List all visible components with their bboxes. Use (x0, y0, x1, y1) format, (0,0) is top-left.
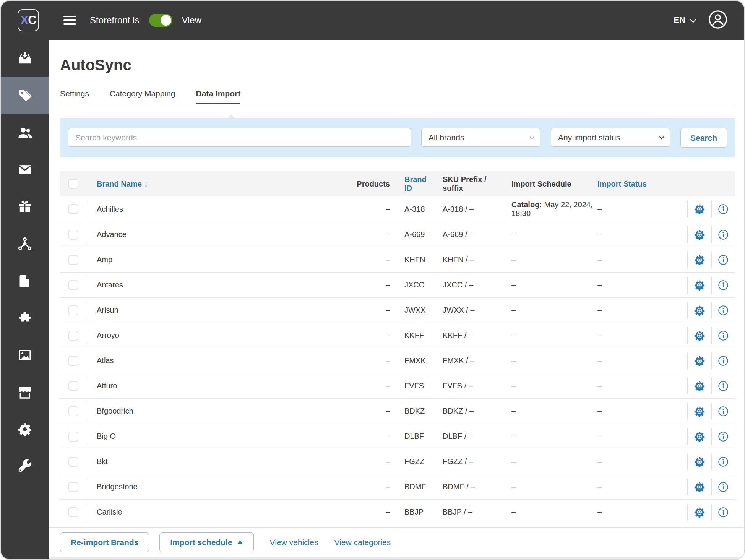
sidebar-item-addons[interactable] (1, 299, 49, 336)
divider (86, 226, 86, 243)
view-link[interactable]: View (182, 15, 201, 26)
row-checkbox[interactable] (68, 356, 78, 366)
import-status-cell: – (596, 482, 687, 491)
row-settings-button[interactable] (694, 305, 705, 316)
row-info-button[interactable] (718, 255, 729, 265)
user-account-icon[interactable] (708, 10, 727, 31)
row-info-button[interactable] (718, 482, 729, 492)
search-input[interactable] (68, 128, 411, 147)
row-info-button[interactable] (718, 305, 729, 316)
hamburger-menu-icon[interactable] (63, 13, 76, 27)
table-row: Amp – KHFN KHFN / – – – (60, 247, 735, 272)
tab-data-import[interactable]: Data Import (196, 89, 241, 104)
info-icon (718, 280, 729, 291)
divider (711, 352, 712, 369)
column-header-brand-name[interactable]: Brand Name (97, 180, 142, 188)
row-info-button[interactable] (718, 280, 729, 291)
row-settings-button[interactable] (694, 406, 705, 417)
import-schedule-button[interactable]: Import schedule (159, 532, 253, 552)
sidebar-item-pages[interactable] (1, 262, 49, 299)
row-checkbox[interactable] (68, 381, 78, 391)
divider (86, 378, 86, 394)
row-settings-button[interactable] (694, 330, 705, 341)
sku-cell: KHFN / – (433, 255, 504, 264)
info-icon (718, 229, 729, 240)
view-categories-link[interactable]: View categories (334, 538, 391, 547)
row-settings-button[interactable] (694, 507, 705, 518)
import-schedule-cell: – (504, 407, 596, 416)
row-checkbox[interactable] (68, 204, 78, 214)
sidebar-item-integrations[interactable] (1, 225, 49, 262)
products-cell: – (347, 230, 393, 239)
row-info-button[interactable] (718, 507, 729, 518)
divider (711, 327, 712, 344)
row-settings-button[interactable] (694, 381, 705, 391)
sidebar-item-tools[interactable] (1, 448, 49, 485)
info-icon (718, 355, 729, 366)
sidebar-item-media[interactable] (1, 336, 49, 373)
divider (86, 428, 86, 445)
column-header-brand-id[interactable]: Brand ID (393, 175, 433, 193)
products-cell: – (347, 457, 393, 466)
tab-settings[interactable]: Settings (60, 89, 89, 104)
row-checkbox[interactable] (68, 255, 78, 265)
row-info-button[interactable] (718, 229, 729, 240)
tab-category-mapping[interactable]: Category Mapping (110, 89, 175, 104)
divider (687, 277, 688, 294)
store-icon (18, 385, 32, 399)
column-header-import-status[interactable]: Import Status (596, 180, 687, 188)
row-settings-button[interactable] (694, 355, 705, 366)
xc-logo[interactable]: XC (18, 9, 39, 31)
row-settings-button[interactable] (694, 431, 705, 442)
row-settings-button[interactable] (694, 482, 705, 492)
import-status-filter-select[interactable]: Any import status (551, 128, 670, 147)
brand-id-cell: BDKZ (393, 407, 433, 416)
sidebar-item-catalog[interactable] (1, 77, 49, 114)
view-vehicles-link[interactable]: View vehicles (270, 538, 318, 547)
search-button[interactable]: Search (680, 128, 727, 148)
row-settings-button[interactable] (694, 255, 705, 265)
row-settings-button[interactable] (694, 456, 705, 467)
sidebar-item-messages[interactable] (1, 151, 49, 188)
language-selector[interactable]: EN (674, 15, 695, 25)
row-checkbox[interactable] (68, 432, 78, 442)
row-checkbox[interactable] (68, 230, 78, 240)
products-cell: – (347, 356, 393, 365)
row-checkbox[interactable] (68, 406, 78, 416)
sidebar-item-orders[interactable] (1, 40, 49, 77)
row-info-button[interactable] (718, 456, 729, 467)
row-checkbox[interactable] (68, 280, 78, 290)
divider (711, 403, 712, 420)
row-settings-button[interactable] (694, 280, 705, 291)
sidebar-item-settings[interactable] (1, 411, 49, 448)
row-checkbox[interactable] (68, 305, 78, 315)
sku-cell: DLBF / – (433, 432, 504, 441)
row-info-button[interactable] (718, 381, 729, 391)
sidebar-item-storefront[interactable] (1, 373, 49, 411)
divider (86, 277, 86, 294)
reimport-brands-button[interactable]: Re-import Brands (60, 532, 149, 552)
row-checkbox[interactable] (68, 507, 78, 517)
import-schedule-cell: – (504, 230, 596, 239)
brand-filter-select[interactable]: All brands (421, 128, 540, 147)
wrench-icon (18, 459, 32, 474)
row-info-button[interactable] (718, 330, 729, 341)
row-checkbox[interactable] (68, 457, 78, 467)
gear-icon (694, 431, 705, 442)
sidebar-item-customers[interactable] (1, 114, 49, 151)
row-info-button[interactable] (718, 355, 729, 366)
products-cell: – (347, 306, 393, 315)
brand-name-cell: Antares (97, 281, 123, 289)
hub-icon (18, 237, 32, 251)
row-settings-button[interactable] (694, 204, 705, 214)
storefront-toggle[interactable] (149, 14, 172, 27)
row-checkbox[interactable] (68, 482, 78, 492)
divider (86, 327, 86, 344)
row-checkbox[interactable] (68, 331, 78, 341)
row-info-button[interactable] (718, 406, 729, 417)
row-info-button[interactable] (718, 204, 729, 214)
sidebar-item-promotions[interactable] (1, 188, 49, 225)
row-info-button[interactable] (718, 431, 729, 442)
row-settings-button[interactable] (694, 229, 705, 240)
select-all-checkbox[interactable] (68, 179, 78, 189)
